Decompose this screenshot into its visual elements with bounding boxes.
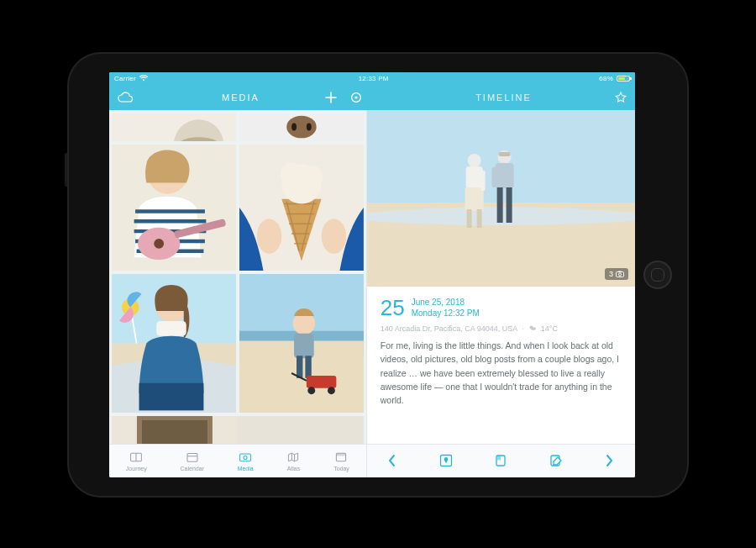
- entry-date: 25 June 25, 2018 Monday 12:32 PM: [381, 297, 622, 319]
- svg-point-16: [281, 163, 303, 186]
- svg-rect-64: [618, 271, 622, 273]
- tab-label: Journey: [126, 466, 147, 472]
- tab-atlas[interactable]: Atlas: [286, 451, 300, 472]
- map-pin-icon: [439, 454, 453, 468]
- carrier-label: Carrier: [114, 75, 136, 82]
- media-grid[interactable]: [109, 110, 366, 444]
- svg-point-17: [300, 166, 323, 188]
- camera-icon: [616, 271, 624, 277]
- svg-point-18: [257, 219, 282, 253]
- svg-rect-31: [294, 334, 314, 359]
- svg-rect-52: [465, 187, 483, 211]
- split-view: Journey Calendar Media: [109, 110, 635, 477]
- media-panel: Journey Calendar Media: [109, 110, 367, 477]
- ipad-home-button[interactable]: [643, 261, 672, 289]
- svg-point-6: [291, 124, 297, 131]
- target-icon[interactable]: [350, 92, 362, 103]
- stage: Carrier 12:33 PM 68%: [0, 0, 756, 548]
- tab-label: Atlas: [287, 466, 301, 472]
- cloud-icon[interactable]: [118, 92, 133, 103]
- svg-rect-44: [240, 454, 251, 461]
- date-line1: June 25, 2018: [412, 297, 480, 308]
- header-left: MEDIA: [109, 92, 372, 103]
- svg-rect-62: [617, 272, 624, 277]
- svg-rect-24: [139, 383, 204, 411]
- date-day: 25: [381, 297, 405, 319]
- svg-rect-47: [337, 453, 346, 456]
- photo-count: 3: [609, 270, 613, 278]
- media-thumb[interactable]: [112, 274, 236, 413]
- edit-icon: [549, 454, 563, 468]
- media-thumb[interactable]: [112, 113, 236, 141]
- map-icon: [286, 451, 300, 464]
- svg-rect-33: [305, 356, 311, 378]
- entry-text: For me, living is the little things. And…: [381, 339, 622, 407]
- svg-point-35: [307, 387, 315, 394]
- svg-rect-61: [491, 167, 496, 187]
- star-icon[interactable]: [615, 92, 627, 103]
- svg-rect-54: [476, 209, 481, 228]
- prev-entry[interactable]: [387, 454, 397, 468]
- svg-rect-57: [498, 152, 510, 156]
- screen: Carrier 12:33 PM 68%: [109, 72, 635, 477]
- svg-point-45: [244, 456, 247, 459]
- media-tab-bar: Journey Calendar Media: [109, 444, 366, 477]
- svg-rect-39: [238, 416, 364, 444]
- tab-label: Media: [238, 466, 254, 472]
- svg-point-5: [286, 116, 316, 139]
- entry-location-row: 140 Arcadia Dr, Pacifica, CA 94044, USA …: [381, 324, 622, 334]
- status-time: 12:33 PM: [359, 75, 389, 82]
- timeline-title: TIMELINE: [475, 92, 532, 103]
- edit-button[interactable]: [549, 454, 563, 468]
- timeline-tab-bar: [367, 444, 635, 477]
- svg-rect-55: [480, 171, 485, 191]
- photo-count-badge: 3: [605, 268, 628, 280]
- media-thumb[interactable]: [239, 274, 364, 413]
- svg-point-63: [618, 273, 621, 276]
- tab-calendar[interactable]: Calendar: [180, 451, 203, 472]
- calendar-icon: [186, 451, 199, 464]
- tab-media[interactable]: Media: [238, 451, 254, 472]
- tab-journey[interactable]: Journey: [126, 451, 147, 472]
- svg-point-19: [321, 219, 346, 253]
- svg-point-12: [154, 239, 164, 249]
- battery-percent: 68%: [599, 75, 613, 82]
- chevron-left-icon: [387, 454, 397, 468]
- plus-icon[interactable]: [325, 92, 337, 103]
- weather-icon: [528, 324, 537, 334]
- tab-label: Today: [333, 466, 349, 472]
- svg-point-66: [531, 327, 536, 330]
- entry-photo[interactable]: 3: [367, 110, 635, 287]
- timeline-panel: 3 25 June 25, 2018 Monday 12:32 PM: [367, 110, 635, 477]
- svg-rect-41: [142, 420, 207, 444]
- separator-dot: ·: [522, 324, 524, 333]
- map-button[interactable]: [439, 454, 453, 468]
- book-icon: [129, 451, 143, 464]
- chevron-right-icon: [604, 454, 614, 468]
- svg-point-1: [354, 96, 357, 98]
- date-line2: Monday 12:32 PM: [412, 308, 480, 319]
- battery-icon: [617, 76, 630, 82]
- bookmark-button[interactable]: [494, 454, 507, 468]
- media-thumb[interactable]: [112, 145, 236, 271]
- tab-today[interactable]: Today: [333, 451, 349, 472]
- bookmark-icon: [494, 454, 507, 468]
- tab-label: Calendar: [180, 466, 203, 472]
- media-thumb[interactable]: [239, 113, 364, 141]
- media-title: MEDIA: [222, 92, 260, 103]
- svg-point-50: [467, 154, 480, 167]
- media-thumb[interactable]: [239, 145, 364, 271]
- svg-rect-43: [187, 453, 197, 461]
- next-entry[interactable]: [604, 454, 614, 468]
- svg-rect-53: [466, 209, 471, 228]
- svg-point-36: [328, 387, 335, 394]
- svg-rect-60: [506, 187, 512, 223]
- day-icon: [334, 451, 348, 464]
- svg-rect-34: [307, 376, 336, 388]
- svg-rect-58: [495, 163, 513, 188]
- svg-point-7: [307, 124, 312, 131]
- svg-rect-32: [297, 356, 302, 378]
- media-thumb[interactable]: [112, 416, 364, 444]
- status-bar: Carrier 12:33 PM 68%: [109, 72, 635, 85]
- svg-rect-51: [465, 166, 482, 188]
